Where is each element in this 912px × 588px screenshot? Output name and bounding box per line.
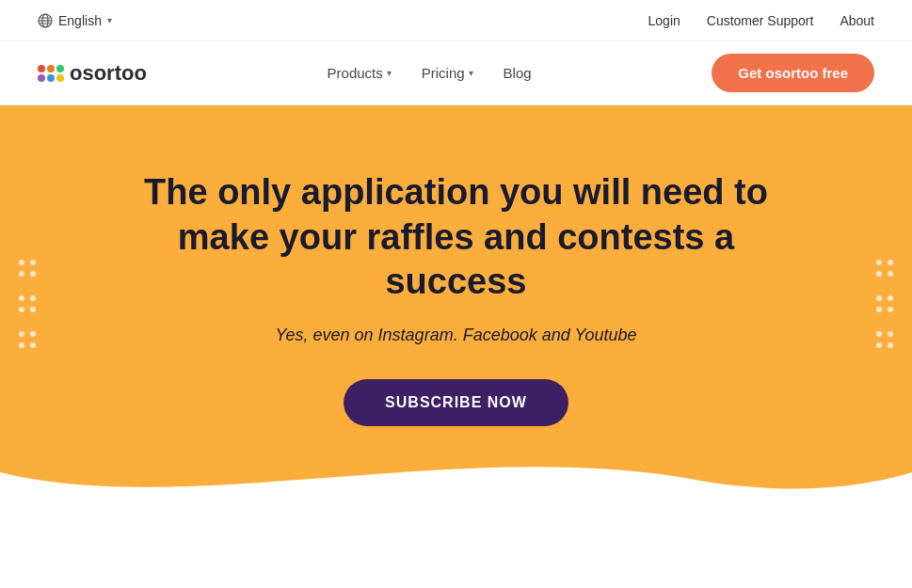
- logo[interactable]: osortoo: [38, 61, 147, 86]
- logo-dot-2: [47, 65, 55, 72]
- about-link[interactable]: About: [840, 13, 874, 28]
- pricing-label: Pricing: [422, 65, 465, 81]
- logo-dots: [38, 65, 64, 82]
- hero-title: The only application you will need to ma…: [127, 170, 786, 305]
- globe-icon: [38, 13, 53, 28]
- chevron-down-icon: ▾: [107, 15, 112, 25]
- pricing-nav-link[interactable]: Pricing ▾: [422, 65, 473, 81]
- language-label: English: [58, 13, 102, 28]
- get-free-button[interactable]: Get osortoo free: [712, 54, 874, 92]
- hero-subtitle: Yes, even on Instagram. Facebook and You…: [276, 326, 637, 345]
- products-nav-link[interactable]: Products ▾: [328, 65, 392, 81]
- subscribe-button[interactable]: SUBSCRIBE NOW: [344, 379, 568, 426]
- logo-dot-5: [47, 74, 55, 82]
- logo-dot-6: [56, 74, 64, 82]
- blog-label: Blog: [504, 65, 532, 81]
- logo-dot-3: [56, 65, 64, 72]
- pricing-chevron-icon: ▾: [469, 68, 473, 78]
- logo-dot-4: [38, 74, 45, 82]
- blog-nav-link[interactable]: Blog: [504, 65, 532, 81]
- login-link[interactable]: Login: [648, 13, 680, 28]
- dots-right-decoration: [876, 260, 893, 356]
- main-nav: osortoo Products ▾ Pricing ▾ Blog Get os…: [0, 41, 912, 105]
- logo-text: osortoo: [70, 61, 147, 86]
- customer-support-link[interactable]: Customer Support: [707, 13, 814, 28]
- products-label: Products: [328, 65, 383, 81]
- hero-section: The only application you will need to ma…: [0, 105, 912, 510]
- products-chevron-icon: ▾: [387, 68, 392, 78]
- top-bar: English ▾ Login Customer Support About: [0, 0, 912, 41]
- nav-links: Products ▾ Pricing ▾ Blog: [328, 65, 532, 81]
- top-bar-links: Login Customer Support About: [648, 13, 874, 28]
- language-selector[interactable]: English ▾: [38, 13, 112, 28]
- hero-wave: [0, 435, 912, 510]
- logo-dot-1: [38, 65, 45, 72]
- dots-left-decoration: [19, 260, 36, 356]
